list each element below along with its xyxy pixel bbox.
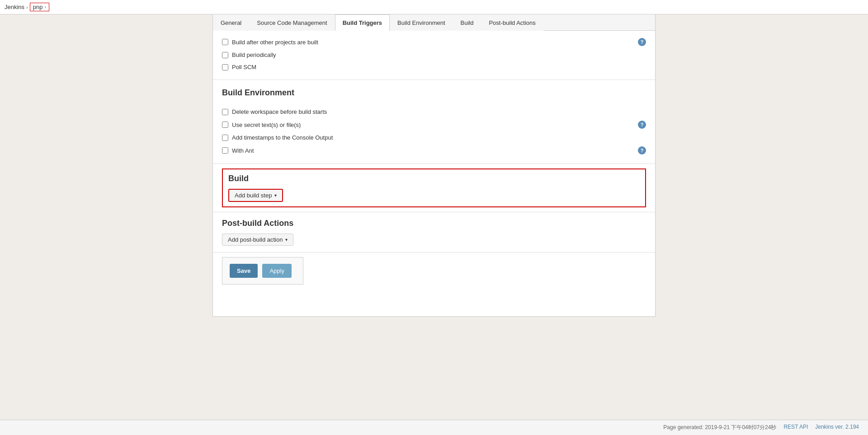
tab-build-environment[interactable]: Build Environment: [390, 14, 453, 31]
post-build-section: Post-build Actions Add post-build action…: [213, 214, 655, 250]
env-delete-workspace-checkbox[interactable]: [222, 109, 228, 115]
footer: Page generated: 2019-9-21 下午04时07分24秒 RE…: [0, 420, 868, 435]
trigger-periodically-label: Build periodically: [232, 51, 276, 58]
page-generated-text: Page generated: 2019-9-21 下午04时07分24秒: [663, 424, 776, 431]
rest-api-link[interactable]: REST API: [783, 424, 808, 431]
env-with-ant-help[interactable]: ?: [638, 146, 646, 154]
trigger-after-other-help[interactable]: ?: [638, 38, 646, 46]
breadcrumb-jenkins[interactable]: Jenkins: [5, 4, 24, 10]
post-build-title: Post-build Actions: [222, 219, 646, 228]
trigger-poll-scm-label: Poll SCM: [232, 64, 256, 70]
env-secret-text-label: Use secret text(s) or file(s): [232, 122, 301, 128]
divider-3: [213, 212, 655, 212]
build-section-title: Build: [228, 174, 640, 183]
build-triggers-section: Build after other projects are built ? B…: [213, 31, 655, 78]
breadcrumb: Jenkins › pnp ›: [0, 0, 868, 14]
breadcrumb-dropdown-arrow: ›: [44, 5, 46, 9]
trigger-after-other-label: Build after other projects are built: [232, 39, 318, 46]
env-timestamps-label: Add timestamps to the Console Output: [232, 134, 333, 141]
env-secret-text-help[interactable]: ?: [638, 121, 646, 129]
add-build-step-arrow: ▾: [274, 193, 277, 198]
env-secret-text-row: Use secret text(s) or file(s) ?: [222, 118, 646, 131]
trigger-periodically-row: Build periodically: [222, 49, 646, 61]
form-actions: Save Apply: [222, 257, 303, 285]
breadcrumb-pnp[interactable]: pnp ›: [30, 3, 49, 11]
add-post-build-arrow: ▾: [285, 237, 288, 242]
trigger-poll-scm-row: Poll SCM: [222, 61, 646, 73]
main-container: General Source Code Management Build Tri…: [0, 14, 868, 317]
apply-button[interactable]: Apply: [262, 264, 292, 278]
trigger-after-other-row: Build after other projects are built ?: [222, 35, 646, 49]
build-environment-heading: Build Environment: [213, 82, 655, 101]
trigger-after-other-checkbox[interactable]: [222, 39, 228, 45]
tab-source-code[interactable]: Source Code Management: [249, 14, 335, 31]
divider-2: [213, 164, 655, 164]
save-button[interactable]: Save: [230, 264, 258, 278]
add-build-step-label: Add build step: [235, 192, 272, 199]
divider-4: [213, 252, 655, 253]
env-with-ant-label: With Ant: [232, 147, 254, 154]
tab-post-build[interactable]: Post-build Actions: [481, 14, 543, 31]
divider-1: [213, 80, 655, 80]
bottom-spacer: [213, 289, 655, 316]
tab-build[interactable]: Build: [453, 14, 481, 31]
build-section: Build Add build step ▾: [222, 168, 646, 207]
env-with-ant-row: With Ant ?: [222, 144, 646, 157]
jenkins-version-link[interactable]: Jenkins ver. 2.194: [815, 424, 859, 431]
tab-build-triggers[interactable]: Build Triggers: [335, 14, 390, 31]
add-build-step-button[interactable]: Add build step ▾: [228, 189, 283, 202]
tabs-bar: General Source Code Management Build Tri…: [213, 14, 655, 31]
add-post-build-action-button[interactable]: Add post-build action ▾: [222, 234, 293, 246]
trigger-periodically-checkbox[interactable]: [222, 52, 228, 58]
tab-general[interactable]: General: [213, 14, 249, 31]
env-secret-text-checkbox[interactable]: [222, 122, 228, 128]
env-timestamps-checkbox[interactable]: [222, 135, 228, 141]
content-panel: General Source Code Management Build Tri…: [212, 14, 656, 317]
env-timestamps-row: Add timestamps to the Console Output: [222, 131, 646, 144]
trigger-poll-scm-checkbox[interactable]: [222, 64, 228, 70]
env-delete-workspace-label: Delete workspace before build starts: [232, 108, 327, 115]
build-environment-section: Delete workspace before build starts Use…: [213, 101, 655, 162]
breadcrumb-sep-1: ›: [26, 5, 28, 10]
env-with-ant-checkbox[interactable]: [222, 147, 228, 154]
add-post-build-label: Add post-build action: [228, 236, 283, 243]
env-delete-workspace-row: Delete workspace before build starts: [222, 106, 646, 118]
